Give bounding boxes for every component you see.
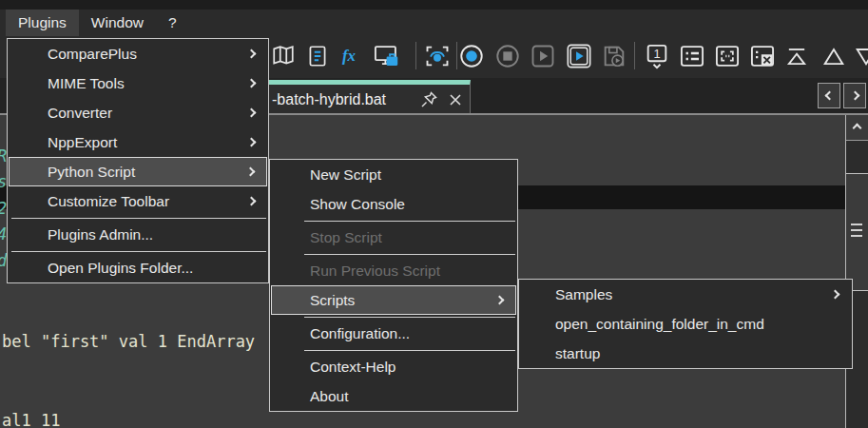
menu-item-show-console[interactable]: Show Console: [270, 189, 517, 219]
function-list-icon[interactable]: [304, 43, 331, 69]
menu-item-label: Configuration...: [310, 325, 410, 342]
menu-item-label: Context-Help: [310, 359, 395, 376]
menu-item-label: NppExport: [48, 134, 117, 151]
submenu-arrow-icon: [246, 167, 256, 177]
file-monitoring-icon[interactable]: [424, 43, 451, 69]
chevron-up-icon: [853, 123, 862, 132]
code-line: bel "first" val 1 EndArray: [2, 329, 255, 356]
plugins-menu: ComparePlus MIME Tools Converter NppExpo…: [7, 38, 269, 283]
mark-all-icon[interactable]: [679, 43, 705, 69]
menu-item-label: Plugins Admin...: [48, 226, 153, 243]
menu-item-python-script[interactable]: Python Script: [9, 157, 267, 186]
menu-item-new-script[interactable]: New Script: [270, 160, 517, 189]
macro-save-icon[interactable]: [601, 43, 627, 69]
submenu-arrow-icon: [247, 197, 257, 206]
thumb-grip: [851, 224, 862, 225]
fx-label: fx: [342, 47, 356, 66]
submenu-arrow-icon: [247, 108, 257, 118]
menu-item-nppexport[interactable]: NppExport: [8, 127, 268, 157]
monitor-workspace-icon[interactable]: [373, 43, 399, 69]
next-mark-icon[interactable]: [853, 43, 868, 69]
submenu-arrow-icon: [247, 79, 257, 88]
menu-item-startup[interactable]: startup: [519, 339, 852, 368]
menu-item-mime-tools[interactable]: MIME Tools: [8, 68, 268, 98]
menu-item-open-containing-folder-in-cmd[interactable]: open_containing_folder_in_cmd: [519, 309, 852, 339]
toolbar-separator: [415, 42, 416, 69]
menu-item-scripts[interactable]: Scripts: [271, 285, 516, 315]
menu-item-label: Samples: [555, 286, 612, 303]
code-lines: bel "first" val 1 EndArray al1 11 l2 2 E…: [2, 277, 255, 428]
code-line: al1 11: [2, 408, 255, 428]
menu-item-label: Run Previous Script: [310, 263, 440, 280]
close-icon[interactable]: [447, 91, 464, 108]
chevron-right-icon: [850, 91, 859, 101]
menu-item-label: Open Plugins Folder...: [48, 260, 193, 277]
menu-item-label: About: [310, 388, 349, 405]
scrollbar-thumb[interactable]: [846, 173, 868, 291]
mark-one-label: 1: [653, 47, 660, 61]
menubar-item-help[interactable]: ?: [156, 10, 189, 36]
menu-item-configuration[interactable]: Configuration...: [270, 319, 517, 348]
menu-item-label: MIME Tools: [48, 75, 125, 92]
menu-item-label: New Script: [310, 166, 381, 184]
menu-item-open-plugins-folder[interactable]: Open Plugins Folder...: [8, 253, 268, 282]
menu-item-compareplus[interactable]: ComparePlus: [8, 39, 268, 68]
submenu-arrow-icon: [247, 138, 257, 147]
macro-run-multiple-icon[interactable]: [566, 43, 592, 69]
macro-record-icon[interactable]: [458, 43, 485, 69]
menu-item-context-help[interactable]: Context-Help: [270, 352, 517, 381]
menu-item-label: Scripts: [310, 292, 355, 309]
macro-play-icon[interactable]: [530, 43, 556, 69]
title-strip: [0, 0, 868, 10]
menubar-item-plugins[interactable]: Plugins: [6, 10, 79, 36]
submenu-arrow-icon: [247, 49, 257, 59]
pin-icon[interactable]: [419, 90, 438, 109]
document-map-icon[interactable]: [270, 43, 297, 69]
python-script-submenu: New Script Show Console Stop Script Run …: [269, 159, 518, 412]
menu-item-label: Converter: [48, 105, 112, 122]
toolbar-separator: [456, 42, 457, 69]
thumb-grip: [851, 229, 862, 231]
scrollbar-up-button[interactable]: [846, 115, 868, 141]
menu-item-label: open_containing_folder_in_cmd: [555, 316, 764, 333]
mark-clear-all-icon[interactable]: [749, 43, 776, 69]
tab-scroll-left-button[interactable]: [818, 83, 840, 108]
scripts-submenu: Samples open_containing_folder_in_cmd st…: [518, 279, 853, 369]
menu-item-plugins-admin[interactable]: Plugins Admin...: [8, 220, 268, 249]
submenu-arrow-icon: [831, 290, 840, 300]
chevron-left-icon: [824, 91, 834, 101]
menu-item-label: Python Script: [48, 164, 135, 181]
menu-item-label: Customize Toolbar: [48, 193, 169, 210]
vertical-scrollbar[interactable]: [845, 115, 868, 428]
mark-clear-some-icon[interactable]: [714, 43, 741, 69]
menu-item-run-previous-script: Run Previous Script: [270, 256, 517, 285]
menu-item-about[interactable]: About: [270, 381, 517, 411]
submenu-arrow-icon: [495, 296, 505, 305]
prev-mark-icon[interactable]: [820, 43, 847, 69]
menu-item-label: Stop Script: [310, 229, 382, 246]
menubar-item-window[interactable]: Window: [79, 10, 156, 36]
fx-icon[interactable]: fx: [336, 43, 362, 69]
menu-item-label: Show Console: [310, 196, 405, 213]
thumb-grip: [851, 235, 862, 237]
menu-item-customize-toolbar[interactable]: Customize Toolbar: [8, 186, 268, 216]
menu-item-converter[interactable]: Converter: [8, 98, 268, 127]
menu-item-label: ComparePlus: [48, 46, 137, 63]
menu-bar: Plugins Window ?: [0, 10, 868, 36]
menu-item-stop-script: Stop Script: [270, 223, 517, 252]
macro-stop-icon[interactable]: [494, 43, 521, 69]
prev-mark-top-icon[interactable]: [783, 43, 810, 69]
toolbar-separator: [634, 42, 635, 69]
tab-title: -batch-hybrid.bat: [272, 91, 386, 108]
tab-scroll-right-button[interactable]: [843, 83, 866, 108]
menu-item-samples[interactable]: Samples: [519, 280, 852, 309]
mark-one-icon[interactable]: 1: [644, 43, 670, 69]
menu-item-label: startup: [555, 345, 600, 362]
